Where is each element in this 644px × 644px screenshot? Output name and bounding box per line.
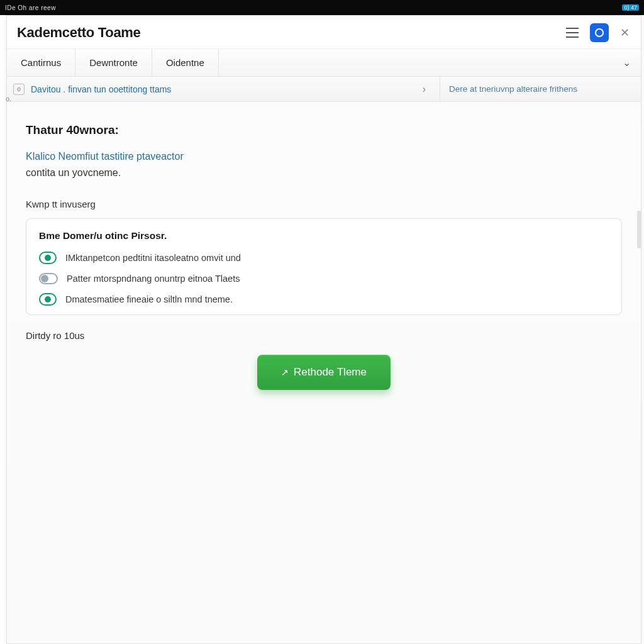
breadcrumb-prefix-icon: o <box>13 84 25 95</box>
primary-action-button[interactable]: ↗Rethode Tleme <box>257 355 391 390</box>
tab-1[interactable]: Dewntronte <box>75 49 152 76</box>
option-row-2[interactable]: Dmatesmatiee fineaie o siltln mnd tneme. <box>39 293 609 306</box>
option-text: IMktanpetcon pedtitni itasoleatno omvit … <box>65 253 241 263</box>
option-row-1[interactable]: Patter mtorspndnang onuntrp eitnoa Tlaet… <box>39 273 609 284</box>
footer-label: Dirtdy ro 10us <box>26 330 622 341</box>
option-row-0[interactable]: IMktanpetcon pedtitni itasoleatno omvit … <box>39 252 609 264</box>
primary-button-label: Rethode Tleme <box>294 366 367 378</box>
toggle-off-icon[interactable] <box>39 273 58 284</box>
titlebar-text: IDe Oh are reew <box>5 4 56 11</box>
sub-label: Kwnp tt invuserg <box>26 199 622 209</box>
tab-bar: Cantirnus Dewntronte Oidentne ⌄ <box>7 49 641 77</box>
tray-badge: 0) 47 <box>622 4 639 11</box>
option-text: Patter mtorspndnang onuntrp eitnoa Tlaet… <box>67 274 240 284</box>
scrollbar[interactable] <box>637 211 641 248</box>
app-header: Kademcetto Toame ✕ <box>7 16 641 49</box>
radio-on-icon[interactable] <box>39 252 57 264</box>
description-line-2: contita un yovcneme. <box>26 167 622 179</box>
radio-on-icon[interactable] <box>39 293 57 306</box>
tab-2[interactable]: Oidentne <box>152 49 219 76</box>
breadcrumb-text: Davitou . finvan tun ooettitong ttams <box>31 84 171 94</box>
main-content: Thatur 40wnora: Klalico Neomfiut tastiti… <box>7 102 641 643</box>
app-title: Kademcetto Toame <box>17 25 141 41</box>
menu-icon[interactable] <box>566 28 579 38</box>
app-brand-icon[interactable] <box>590 23 609 42</box>
subheader-info-text: Dere at tneriuvnp alteraire frithens <box>449 84 577 94</box>
close-icon[interactable]: ✕ <box>620 26 630 40</box>
gutter-marker: o. <box>6 95 14 104</box>
os-titlebar: IDe Oh are reew 0) 47 <box>0 0 644 15</box>
chevron-right-icon: › <box>423 84 433 95</box>
tab-0[interactable]: Cantirnus <box>7 49 75 76</box>
chevron-down-icon[interactable]: ⌄ <box>613 57 641 69</box>
breadcrumb[interactable]: o Davitou . finvan tun ooettitong ttams … <box>7 77 440 101</box>
action-arrow-icon: ↗ <box>281 367 289 377</box>
section-heading: Thatur 40wnora: <box>26 123 622 137</box>
options-panel: Bme Domer/u otinc Pirsosr. IMktanpetcon … <box>26 218 622 315</box>
description-line-1: Klalico Neomfiut tastitire ptaveactor <box>26 151 622 162</box>
sub-header: o Davitou . finvan tun ooettitong ttams … <box>7 77 641 102</box>
option-text: Dmatesmatiee fineaie o siltln mnd tneme. <box>65 294 233 304</box>
subheader-info[interactable]: Dere at tneriuvnp alteraire frithens <box>440 77 641 101</box>
app-window: o. Kademcetto Toame ✕ Cantirnus Dewntron… <box>6 15 641 644</box>
options-panel-title: Bme Domer/u otinc Pirsosr. <box>39 230 609 242</box>
system-tray: 0) 47 <box>622 4 639 11</box>
